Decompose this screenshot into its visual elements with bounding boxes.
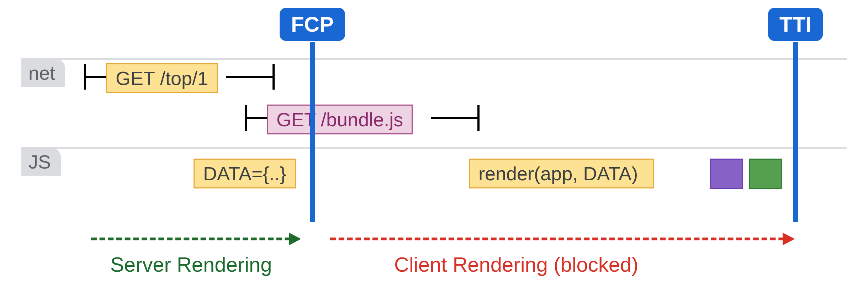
marker-fcp-line [310,42,315,222]
net-request-bundle-js: GET /bundle.js [267,105,413,134]
whisker-line [245,117,267,119]
whisker-line [84,76,106,78]
rendering-timeline-diagram: FCP TTI net GET /top/1 GET /bundle.js JS… [0,0,868,293]
whisker-cap [477,105,480,131]
whisker-line [431,117,477,119]
js-task-green [749,159,782,189]
marker-fcp-flag: FCP [280,8,345,41]
net-request-top-1: GET /top/1 [106,63,218,93]
js-task-purple [710,159,743,189]
marker-tti-flag: TTI [768,8,823,41]
marker-tti-line [793,42,798,222]
phase-client-arrow [330,238,793,240]
whisker-cap [272,64,275,90]
track-line-js [21,147,847,149]
phase-server-label: Server Rendering [110,252,272,276]
track-line-net [21,58,847,60]
js-task-render: render(app, DATA) [469,159,654,188]
phase-server-arrow [91,238,299,240]
track-label-js: JS [21,148,61,176]
track-label-net: net [21,59,65,87]
whisker-line [226,76,272,78]
phase-client-label: Client Rendering (blocked) [394,252,639,276]
js-task-data: DATA={..} [194,159,296,188]
